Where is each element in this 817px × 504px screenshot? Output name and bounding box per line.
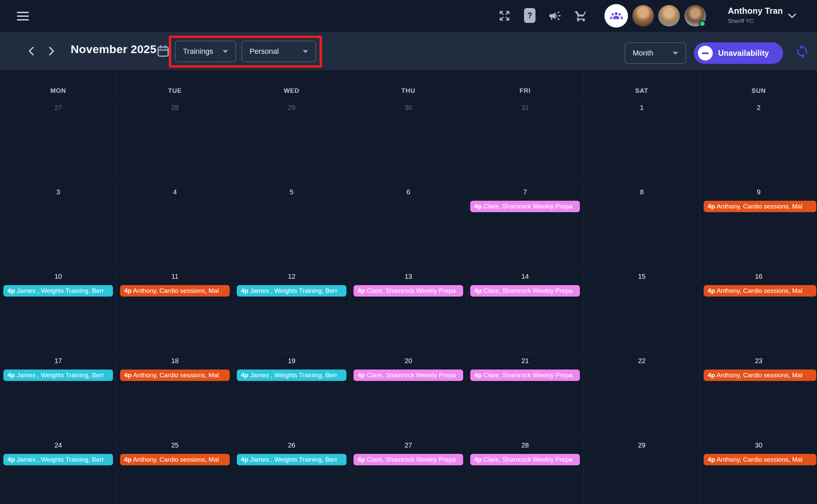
day-number: 30 [700, 441, 817, 449]
day-cell[interactable]: 254p Anthony, Cardio sessions, Mal [117, 437, 233, 504]
event-pill[interactable]: 4p Anthony, Cardio sessions, Mal [704, 285, 816, 297]
day-number: 1 [584, 104, 700, 112]
filter-dropdown-trainings[interactable]: Trainings [175, 41, 236, 62]
event-time: 4p [241, 287, 248, 294]
event-pill[interactable]: 4p Clare, Shamrock Weekly Prepa [470, 370, 580, 381]
filter-dropdown-personal[interactable]: Personal [242, 41, 316, 62]
event-pill[interactable]: 4p James , Weights Training, Berr [3, 454, 113, 465]
view-dropdown-month[interactable]: Month [625, 42, 686, 64]
fullscreen-icon[interactable] [497, 9, 512, 23]
menu-icon[interactable] [17, 9, 32, 23]
event-pill[interactable]: 4p James , Weights Training, Berr [237, 454, 346, 465]
day-cell[interactable]: 304p Anthony, Cardio sessions, Mal [700, 437, 817, 504]
day-cell[interactable]: 5 [233, 184, 350, 268]
dropdown-label: Month [633, 49, 653, 57]
day-number: 9 [700, 188, 817, 196]
team-avatar[interactable] [604, 4, 628, 28]
event-pill[interactable]: 4p James , Weights Training, Berr [237, 285, 346, 297]
event-time: 4p [358, 287, 365, 294]
day-cell[interactable]: 204p Clare, Shamrock Weekly Prepa [350, 353, 467, 437]
day-cell[interactable]: 104p James , Weights Training, Berr [0, 268, 117, 352]
group-icon [609, 9, 623, 23]
chevron-down-icon[interactable] [787, 12, 797, 21]
day-cell[interactable]: 27 [0, 100, 117, 184]
day-cell[interactable]: 28 [117, 100, 233, 184]
day-cell[interactable]: 1 [584, 100, 700, 184]
day-cell[interactable]: 4 [117, 184, 233, 268]
day-cell[interactable]: 29 [584, 437, 700, 504]
calendar-icon[interactable] [156, 44, 170, 60]
event-title: James , Weights Training, Berr [15, 287, 104, 294]
avatar[interactable] [632, 5, 654, 27]
event-pill[interactable]: 4p Anthony, Cardio sessions, Mal [704, 454, 816, 465]
sync-icon[interactable] [795, 44, 810, 59]
event-pill[interactable]: 4p Anthony, Cardio sessions, Mal [120, 285, 230, 297]
event-title: Clare, Shamrock Weekly Prepa [365, 456, 456, 463]
day-cell[interactable]: 184p Anthony, Cardio sessions, Mal [117, 353, 233, 437]
help-icon[interactable]: ? [524, 8, 535, 23]
event-pill[interactable]: 4p Clare, Shamrock Weekly Prepa [354, 370, 463, 381]
caret-down-icon [303, 50, 308, 53]
avatar[interactable] [658, 5, 680, 27]
caret-down-icon [223, 50, 228, 53]
day-cell[interactable]: 8 [584, 184, 700, 268]
cart-icon[interactable] [574, 9, 588, 23]
day-cell[interactable]: 124p James , Weights Training, Berr [233, 268, 350, 352]
day-cell[interactable]: 244p James , Weights Training, Berr [0, 437, 117, 504]
user-menu[interactable]: Anthony Tran Sheriff YC [728, 6, 783, 25]
event-pill[interactable]: 4p Anthony, Cardio sessions, Mal [704, 201, 816, 212]
event-time: 4p [474, 287, 482, 294]
day-cell[interactable]: 94p Anthony, Cardio sessions, Mal [700, 184, 817, 268]
event-pill[interactable]: 4p Clare, Shamrock Weekly Prepa [470, 201, 580, 212]
event-pill[interactable]: 4p Clare, Shamrock Weekly Prepa [354, 285, 463, 297]
day-cell[interactable]: 144p Clare, Shamrock Weekly Prepa [467, 268, 584, 352]
next-month-button[interactable] [45, 44, 59, 58]
day-cell[interactable]: 30 [350, 100, 467, 184]
day-cell[interactable]: 274p Clare, Shamrock Weekly Prepa [350, 437, 467, 504]
page-title: November 2025 [71, 43, 156, 56]
day-number: 12 [233, 273, 350, 280]
day-cell[interactable]: 29 [233, 100, 350, 184]
day-cell[interactable]: 234p Anthony, Cardio sessions, Mal [700, 353, 817, 437]
event-time: 4p [124, 372, 132, 379]
day-cell[interactable]: 174p James , Weights Training, Berr [0, 353, 117, 437]
day-cell[interactable]: 2 [700, 100, 817, 184]
day-number: 18 [117, 357, 233, 365]
day-cell[interactable]: 3 [0, 184, 117, 268]
prev-month-button[interactable] [24, 44, 38, 58]
day-cell[interactable]: 214p Clare, Shamrock Weekly Prepa [467, 353, 584, 437]
caret-down-icon [673, 52, 678, 55]
event-pill[interactable]: 4p Clare, Shamrock Weekly Prepa [354, 454, 463, 465]
weekday-row: MONTUEWEDTHUFRISATSUN [0, 70, 817, 99]
day-cell[interactable]: 134p Clare, Shamrock Weekly Prepa [350, 268, 467, 352]
day-cell[interactable]: 15 [584, 268, 700, 352]
unavailability-button[interactable]: Unavailability [694, 42, 783, 64]
event-pill[interactable]: 4p Anthony, Cardio sessions, Mal [704, 370, 816, 381]
day-number: 2 [700, 104, 817, 112]
event-title: Clare, Shamrock Weekly Prepa [482, 287, 572, 294]
event-pill[interactable]: 4p Clare, Shamrock Weekly Prepa [470, 454, 580, 465]
announcements-icon[interactable] [548, 9, 562, 23]
event-title: Anthony, Cardio sessions, Mal [715, 287, 802, 294]
dropdown-label: Personal [250, 47, 279, 56]
weekday-label: THU [350, 70, 467, 99]
day-cell[interactable]: 114p Anthony, Cardio sessions, Mal [117, 268, 233, 352]
day-cell[interactable]: 284p Clare, Shamrock Weekly Prepa [467, 437, 584, 504]
event-pill[interactable]: 4p James , Weights Training, Berr [3, 370, 113, 381]
day-cell[interactable]: 264p James , Weights Training, Berr [233, 437, 350, 504]
event-pill[interactable]: 4p Anthony, Cardio sessions, Mal [120, 454, 230, 465]
day-number: 26 [233, 441, 350, 449]
event-pill[interactable]: 4p James , Weights Training, Berr [3, 285, 113, 297]
day-cell[interactable]: 31 [467, 100, 584, 184]
day-cell[interactable]: 164p Anthony, Cardio sessions, Mal [700, 268, 817, 352]
event-title: James , Weights Training, Berr [248, 456, 337, 463]
event-pill[interactable]: 4p Clare, Shamrock Weekly Prepa [470, 285, 580, 297]
event-title: Clare, Shamrock Weekly Prepa [482, 456, 572, 463]
day-cell[interactable]: 22 [584, 353, 700, 437]
day-cell[interactable]: 6 [350, 184, 467, 268]
event-pill[interactable]: 4p James , Weights Training, Berr [237, 370, 346, 381]
day-cell[interactable]: 194p James , Weights Training, Berr [233, 353, 350, 437]
day-number: 17 [0, 357, 116, 365]
event-pill[interactable]: 4p Anthony, Cardio sessions, Mal [120, 370, 230, 381]
day-cell[interactable]: 74p Clare, Shamrock Weekly Prepa [467, 184, 584, 268]
